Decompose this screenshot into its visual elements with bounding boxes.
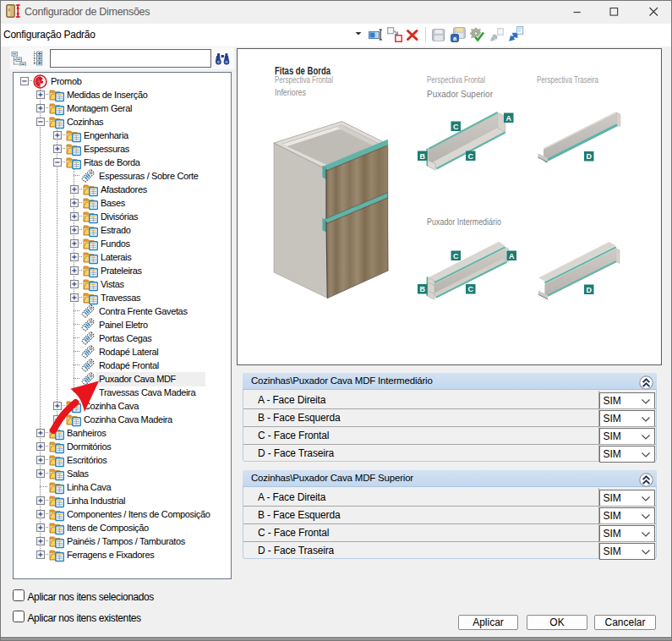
svg-text:Puxador Intermediário: Puxador Intermediário xyxy=(427,216,501,227)
svg-text:A: A xyxy=(509,252,515,260)
svg-text:Perspectiva Traseira: Perspectiva Traseira xyxy=(537,75,598,85)
svg-text:C: C xyxy=(468,152,474,161)
svg-text:A: A xyxy=(506,114,512,123)
svg-text:Perspectiva Frontal: Perspectiva Frontal xyxy=(427,75,485,85)
svg-text:B: B xyxy=(420,285,426,293)
svg-text:C: C xyxy=(453,123,459,131)
svg-text:D: D xyxy=(587,152,593,161)
svg-text:B: B xyxy=(420,152,426,161)
svg-text:D: D xyxy=(587,286,593,294)
svg-text:Puxador Superior: Puxador Superior xyxy=(427,89,493,99)
svg-text:Perspectiva Frontal: Perspectiva Frontal xyxy=(275,75,333,85)
svg-text:C: C xyxy=(468,285,474,293)
svg-text:C: C xyxy=(453,252,459,260)
svg-text:Inferiores: Inferiores xyxy=(275,87,306,97)
